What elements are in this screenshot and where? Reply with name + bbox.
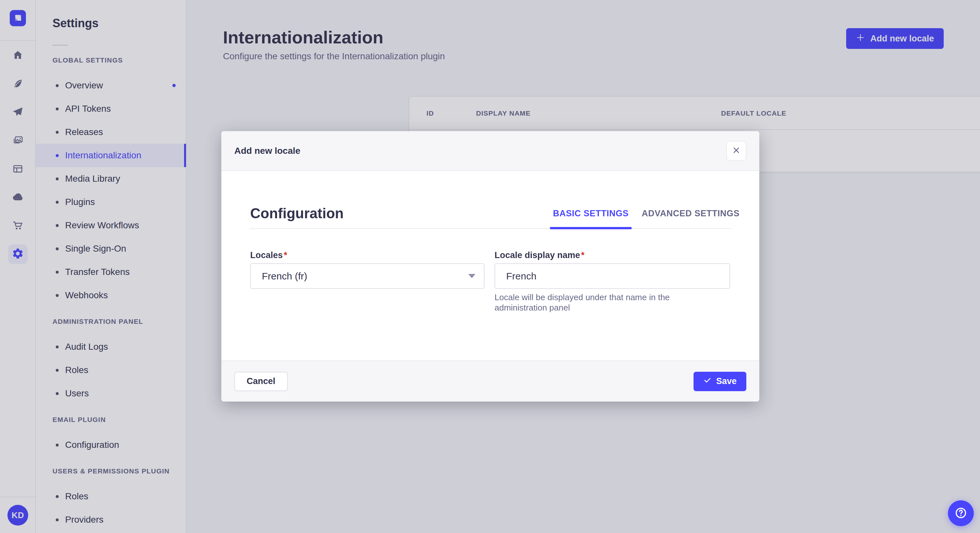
- locales-select-value: French (fr): [262, 271, 307, 282]
- close-button[interactable]: [726, 141, 746, 161]
- tabs-divider: [249, 228, 731, 229]
- required-asterisk: *: [284, 250, 288, 260]
- display-name-helper-text: Locale will be displayed under that name…: [495, 292, 721, 313]
- modal-body: Configuration BASIC SETTINGS ADVANCED SE…: [221, 171, 759, 360]
- locales-select[interactable]: French (fr): [250, 263, 485, 289]
- question-mark-icon: [954, 506, 968, 521]
- modal-footer: Cancel Save: [221, 360, 759, 401]
- configuration-section-title: Configuration: [250, 205, 344, 222]
- cancel-button[interactable]: Cancel: [234, 372, 288, 391]
- required-asterisk: *: [581, 250, 585, 260]
- close-icon: [732, 146, 741, 156]
- check-icon: [703, 376, 712, 387]
- chevron-down-icon: [468, 274, 476, 278]
- tab-basic-settings[interactable]: BASIC SETTINGS: [550, 209, 632, 219]
- add-locale-modal: Add new locale Configuration BASIC SETTI…: [221, 131, 759, 401]
- save-button[interactable]: Save: [694, 372, 746, 391]
- modal-title: Add new locale: [234, 146, 301, 156]
- locales-field-label: Locales*: [250, 250, 287, 261]
- display-name-input[interactable]: [495, 263, 730, 289]
- tab-advanced-settings[interactable]: ADVANCED SETTINGS: [642, 209, 740, 219]
- modal-header: Add new locale: [221, 131, 759, 171]
- active-tab-underline: [550, 227, 632, 229]
- display-name-field-label: Locale display name*: [495, 250, 585, 261]
- help-button[interactable]: [948, 500, 974, 526]
